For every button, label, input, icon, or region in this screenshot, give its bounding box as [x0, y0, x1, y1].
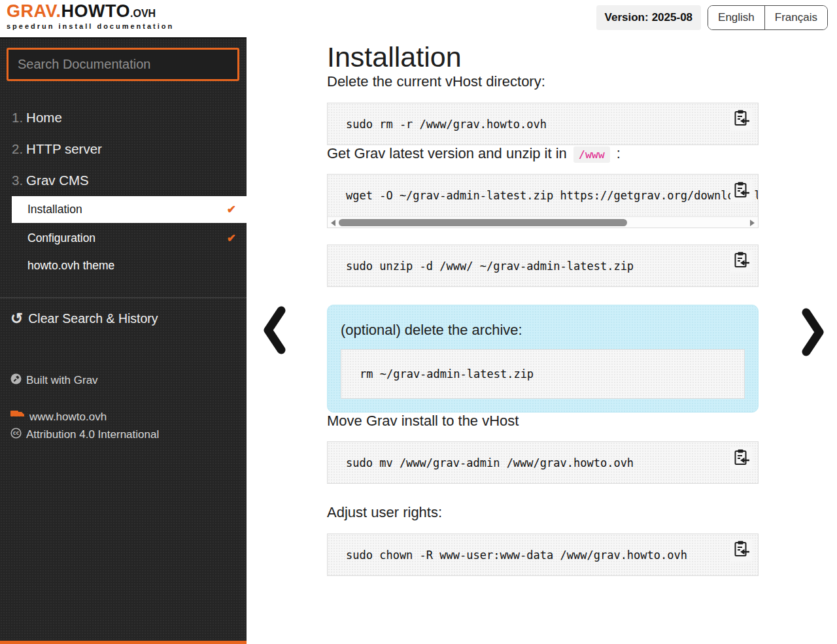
language-switcher: English Français: [708, 5, 828, 30]
next-page-button[interactable]: [798, 307, 828, 360]
copy-icon: [734, 540, 750, 560]
sidebar-item-installation[interactable]: Installation ✔: [12, 196, 247, 223]
language-english-button[interactable]: English: [708, 6, 764, 29]
check-icon: ✔: [227, 203, 236, 216]
optional-callout: (optional) delete the archive: rm ~/grav…: [327, 305, 759, 413]
logo-text-grav: GRAV.: [7, 1, 61, 21]
howto-ovh-link[interactable]: www.howto.ovh: [10, 410, 159, 424]
scroll-left-arrow[interactable]: [331, 220, 335, 226]
sidebar-item-grav-cms[interactable]: 3.Grav CMS: [0, 165, 247, 196]
scrollbar-thumb[interactable]: [339, 219, 627, 226]
sidebar-item-configuration[interactable]: Configuration ✔: [12, 226, 247, 250]
sidebar-footer: Built with Grav www.howto.ovh cc Attrib: [10, 373, 159, 442]
code-block-rm-vhost: sudo rm -r /www/grav.howto.ovh: [327, 103, 759, 145]
copy-code-button[interactable]: [730, 109, 753, 131]
subnav-label: howto.ovh theme: [27, 259, 114, 272]
history-icon: ↺: [10, 311, 23, 326]
version-value: 2025-08: [652, 11, 692, 24]
copy-code-button[interactable]: [730, 447, 753, 469]
section-heading-get-grav: Get Grav latest version and unzip it in …: [327, 145, 759, 162]
grav-logo-icon: [10, 373, 22, 388]
copy-code-button[interactable]: [730, 539, 753, 562]
sidebar-subnav: Installation ✔ Configuration ✔ howto.ovh…: [0, 196, 247, 278]
subnav-label: Configuration: [27, 231, 95, 245]
version-label: Version:: [605, 11, 649, 24]
built-with-grav-link[interactable]: Built with Grav: [10, 373, 159, 388]
main-content: Installation Delete the current vHost di…: [327, 37, 759, 576]
code-text: sudo rm -r /www/grav.howto.ovh: [328, 103, 758, 144]
code-text: sudo unzip -d /www/ ~/grav-admin-latest.…: [328, 245, 758, 286]
code-block-mv: sudo mv /www/grav-admin /www/grav.howto.…: [327, 441, 759, 484]
site-logo[interactable]: GRAV.HOWTO.OVH speedrun install document…: [7, 2, 174, 30]
copy-code-button[interactable]: [730, 250, 753, 273]
language-french-button[interactable]: Français: [764, 6, 827, 29]
code-text: wget -O ~/grav-admin-latest.zip https://…: [328, 175, 758, 216]
built-with-grav-label: Built with Grav: [26, 374, 98, 387]
svg-text:cc: cc: [13, 430, 20, 436]
copy-icon: [734, 109, 750, 129]
copy-code-button[interactable]: [730, 180, 753, 202]
heading-text: Get Grav latest version and unzip it in: [327, 145, 567, 161]
code-text: rm ~/grav-admin-latest.zip: [341, 350, 744, 398]
search-input[interactable]: [7, 48, 239, 81]
code-block-chown: sudo chown -R www-user:www-data /www/gra…: [327, 534, 759, 576]
sidebar-nav: 1.Home 2.HTTP server 3.Grav CMS Installa…: [0, 102, 247, 278]
code-block-wget: wget -O ~/grav-admin-latest.zip https://…: [327, 174, 759, 228]
callout-heading: (optional) delete the archive:: [341, 322, 745, 339]
nav-label: HTTP server: [26, 141, 102, 156]
creative-commons-icon: cc: [10, 428, 22, 442]
logo-text-ovh: .OVH: [130, 8, 156, 19]
copy-icon: [734, 449, 750, 469]
howto-ovh-label: www.howto.ovh: [29, 411, 107, 424]
inline-code-www: /www: [573, 146, 610, 163]
site-tagline: speedrun install documentation: [7, 22, 174, 30]
nav-number: 2.: [12, 141, 23, 156]
header-right-group: Version: 2025-08 English Français: [596, 5, 828, 30]
nav-number: 3.: [12, 173, 23, 188]
code-text: sudo chown -R www-user:www-data /www/gra…: [328, 534, 758, 575]
clear-history-label: Clear Search & History: [28, 311, 158, 326]
copy-icon: [734, 181, 750, 201]
scroll-right-arrow[interactable]: [750, 220, 755, 226]
nav-label: Home: [26, 110, 62, 125]
section-heading-move-grav: Move Grav install to the vHost: [327, 413, 759, 430]
sidebar-item-howto-theme[interactable]: howto.ovh theme: [12, 254, 247, 278]
sidebar: 1.Home 2.HTTP server 3.Grav CMS Installa…: [0, 37, 247, 644]
chevron-left-icon: [260, 347, 290, 358]
version-badge: Version: 2025-08: [596, 5, 701, 30]
code-block-unzip: sudo unzip -d /www/ ~/grav-admin-latest.…: [327, 245, 759, 287]
code-block-rm-archive: rm ~/grav-admin-latest.zip: [341, 349, 745, 398]
site-header: GRAV.HOWTO.OVH speedrun install document…: [0, 0, 837, 37]
sidebar-item-home[interactable]: 1.Home: [0, 102, 247, 133]
heading-text: :: [617, 145, 621, 161]
code-text: sudo mv /www/grav-admin /www/grav.howto.…: [328, 442, 758, 483]
page-title: Installation: [327, 41, 759, 73]
copy-icon: [734, 251, 750, 271]
subnav-label: Installation: [27, 203, 82, 216]
check-icon: ✔: [227, 231, 236, 245]
chevron-right-icon: [798, 348, 828, 360]
truck-icon: [10, 410, 25, 424]
sidebar-divider: [0, 297, 247, 298]
section-heading-delete-vhost: Delete the current vHost directory:: [327, 73, 759, 90]
nav-number: 1.: [12, 110, 23, 125]
section-heading-adjust-rights: Adjust user rights:: [327, 504, 759, 521]
clear-search-history-button[interactable]: ↺ Clear Search & History: [10, 311, 247, 326]
previous-page-button[interactable]: [260, 305, 290, 358]
license-link[interactable]: cc Attribution 4.0 International: [10, 428, 159, 442]
logo-text-howto: HOWTO: [61, 1, 131, 21]
nav-label: Grav CMS: [26, 173, 89, 188]
license-label: Attribution 4.0 International: [26, 428, 159, 441]
horizontal-scrollbar[interactable]: [328, 216, 758, 228]
sidebar-item-http-server[interactable]: 2.HTTP server: [0, 133, 247, 165]
